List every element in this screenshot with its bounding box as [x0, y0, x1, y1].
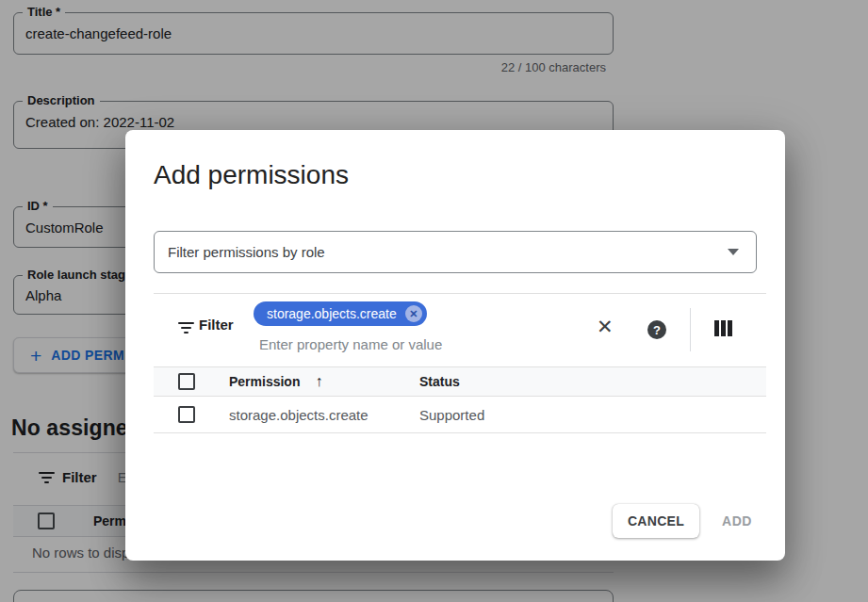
dropdown-placeholder: Filter permissions by role [168, 244, 728, 260]
add-button[interactable]: ADD [710, 504, 764, 538]
status-column-header[interactable]: Status [419, 373, 766, 390]
sort-ascending-icon[interactable]: ↑ [315, 373, 322, 390]
filter-permissions-by-role-dropdown[interactable]: Filter permissions by role [154, 231, 757, 273]
row-checkbox-cell [154, 406, 229, 423]
table-header-row: Permission ↑ Status [154, 366, 766, 397]
row-checkbox[interactable] [178, 406, 195, 423]
divider [690, 308, 691, 351]
dropdown-arrow-icon [728, 249, 739, 255]
dialog-title: Add permissions [154, 160, 349, 190]
filter-icon [177, 322, 194, 334]
chip-remove-icon[interactable]: ✕ [405, 305, 422, 322]
permissions-table: Permission ↑ Status storage.objects.crea… [154, 366, 766, 433]
filter-chip-label: storage.objects.create [267, 306, 397, 321]
table-row[interactable]: storage.objects.create Supported [154, 397, 766, 433]
filter-label: Filter [199, 317, 234, 333]
cancel-button[interactable]: CANCEL [613, 504, 699, 538]
clear-filters-icon[interactable]: ✕ [597, 317, 614, 336]
help-icon[interactable]: ? [647, 320, 666, 339]
select-all-checkbox[interactable] [178, 373, 195, 390]
header-checkbox-cell [154, 373, 229, 390]
status-cell: Supported [419, 407, 766, 423]
permission-cell: storage.objects.create [229, 407, 419, 423]
permission-column-header[interactable]: Permission ↑ [229, 373, 419, 390]
column-display-options-icon[interactable] [714, 320, 732, 336]
filter-chip[interactable]: storage.objects.create ✕ [254, 301, 427, 326]
filter-input-placeholder[interactable]: Enter property name or value [259, 336, 442, 352]
add-permissions-dialog: Add permissions Filter permissions by ro… [125, 130, 785, 561]
permissions-filter-toolbar: Filter storage.objects.create ✕ Enter pr… [154, 293, 766, 366]
